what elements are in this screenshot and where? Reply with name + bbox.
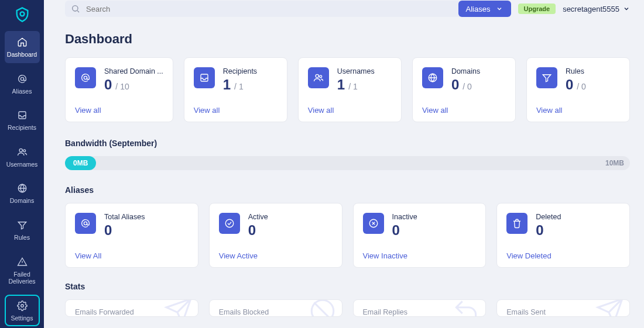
card-value: 0 (248, 222, 256, 239)
card-shared-domain: Shared Domain ... 0 / 10 View all (65, 57, 173, 122)
username-label: secretagent5555 (563, 5, 619, 13)
page-title: Dashboard (65, 32, 630, 47)
send-icon (595, 299, 625, 317)
sidebar-item-domains[interactable]: Domains (5, 177, 40, 209)
globe-icon (17, 183, 28, 194)
view-active-link[interactable]: View Active (219, 251, 333, 260)
svg-point-5 (20, 305, 23, 308)
sidebar-item-label: Failed Deliveries (8, 271, 35, 285)
card-value: 1 (337, 77, 345, 93)
sidebar-item-recipients[interactable]: Recipients (5, 104, 40, 136)
users-icon (308, 67, 329, 88)
search-wrap: Aliases (65, 1, 511, 17)
card-rules: Rules 0 / 0 View all (526, 57, 630, 122)
sidebar-item-dashboard[interactable]: Dashboard (5, 31, 40, 63)
svg-point-2 (19, 149, 22, 151)
gear-icon (17, 301, 28, 311)
card-recipients: Recipients 1 / 1 View all (184, 57, 287, 122)
card-label: Inactive (392, 213, 417, 221)
svg-point-0 (20, 12, 24, 16)
inbox-icon (17, 110, 28, 120)
upgrade-button[interactable]: Upgrade (518, 4, 556, 14)
view-all-link[interactable]: View all (308, 106, 392, 115)
stat-emails-forwarded: Emails Forwarded (65, 299, 198, 317)
sidebar-item-label: Aliases (12, 88, 32, 95)
chevron-down-icon (623, 5, 630, 12)
stat-label: Emails Sent (506, 308, 546, 316)
svg-point-3 (23, 150, 25, 152)
svg-point-12 (225, 219, 234, 227)
summary-cards-row: Shared Domain ... 0 / 10 View all Recipi… (65, 57, 630, 122)
svg-point-1 (20, 77, 23, 80)
svg-point-9 (320, 75, 322, 78)
search-icon (71, 4, 80, 13)
bandwidth-bar: 0MB 10MB (65, 156, 630, 170)
ban-icon (308, 299, 337, 317)
card-value: 0 (104, 77, 112, 93)
sidebar-item-label: Usernames (6, 161, 38, 168)
stat-label: Email Replies (363, 308, 407, 316)
stats-row: Emails Forwarded Emails Blocked Email Re… (65, 299, 630, 317)
view-inactive-link[interactable]: View Inactive (363, 251, 477, 260)
sidebar-item-settings[interactable]: Settings (5, 295, 40, 327)
at-icon (75, 213, 96, 234)
card-label: Recipients (223, 67, 257, 75)
bandwidth-row: 0MB 10MB (65, 156, 630, 170)
content: Dashboard Shared Domain ... 0 / 10 View … (44, 20, 644, 328)
user-menu[interactable]: secretagent5555 (563, 5, 630, 13)
main-area: Aliases Upgrade secretagent5555 Dashboar… (44, 0, 644, 328)
card-value: 0 (392, 222, 400, 239)
inbox-icon (194, 67, 215, 88)
svg-point-11 (84, 222, 87, 225)
search-filter-button[interactable]: Aliases (458, 1, 511, 17)
card-value: 0 (104, 222, 112, 239)
svg-point-7 (84, 76, 87, 79)
view-all-link[interactable]: View all (75, 106, 163, 115)
aliases-section-title: Aliases (65, 185, 630, 195)
reply-icon (451, 299, 481, 317)
funnel-icon (536, 67, 557, 88)
stat-emails-sent: Emails Sent (496, 299, 630, 317)
view-all-link[interactable]: View All (75, 251, 189, 260)
card-label: Total Aliases (104, 213, 145, 221)
x-circle-icon (363, 213, 384, 234)
home-icon (17, 37, 28, 47)
filter-label: Aliases (466, 5, 491, 13)
check-circle-icon (219, 213, 240, 234)
chevron-down-icon (496, 5, 503, 12)
card-label: Domains (451, 67, 480, 75)
view-all-link[interactable]: View all (194, 106, 278, 115)
stat-label: Emails Blocked (219, 308, 269, 316)
sidebar: Dashboard Aliases Recipients Usernames D… (0, 0, 44, 328)
card-label: Shared Domain ... (104, 67, 163, 75)
card-label: Deleted (536, 213, 561, 221)
view-all-link[interactable]: View all (422, 106, 506, 115)
view-deleted-link[interactable]: View Deleted (506, 251, 620, 260)
sidebar-item-label: Recipients (8, 124, 36, 132)
svg-point-8 (316, 74, 318, 77)
card-value: 0 (566, 77, 573, 93)
globe-icon (422, 67, 443, 88)
at-icon (17, 74, 28, 84)
sidebar-item-usernames[interactable]: Usernames (5, 141, 40, 173)
funnel-icon (17, 220, 28, 230)
sidebar-item-label: Rules (14, 234, 30, 241)
stats-section-title: Stats (65, 282, 630, 291)
card-limit: / 0 (577, 82, 586, 91)
card-active: Active 0 View Active (209, 203, 342, 268)
sidebar-item-rules[interactable]: Rules (5, 214, 40, 246)
stat-email-replies: Email Replies (353, 299, 487, 317)
view-all-link[interactable]: View all (536, 106, 620, 115)
card-value: 1 (223, 77, 231, 93)
stat-emails-blocked: Emails Blocked (209, 299, 342, 317)
bandwidth-title: Bandwidth (September) (65, 139, 630, 148)
topbar: Aliases Upgrade secretagent5555 (44, 0, 644, 20)
users-icon (17, 147, 28, 157)
search-input[interactable] (85, 4, 461, 14)
card-limit: / 0 (463, 82, 472, 91)
card-value: 0 (536, 222, 543, 239)
sidebar-item-failed-deliveries[interactable]: Failed Deliveries (5, 251, 40, 290)
aliases-cards-row: Total Aliases 0 View All Active 0 View A… (65, 203, 630, 268)
sidebar-item-aliases[interactable]: Aliases (5, 68, 40, 100)
svg-point-6 (73, 6, 78, 11)
